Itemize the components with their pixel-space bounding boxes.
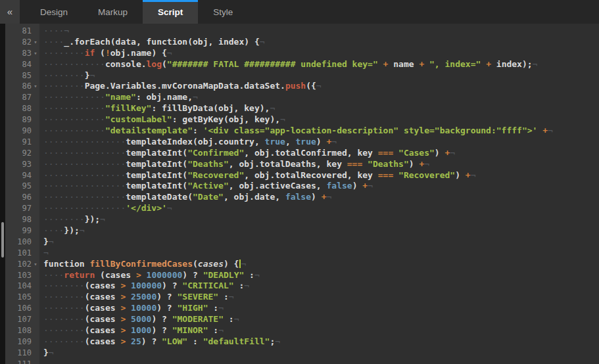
line-number: 85 — [5, 70, 32, 81]
fold-spacer — [32, 325, 39, 336]
code-line: 88············"fillKey": fillByData(obj,… — [0, 103, 599, 114]
fold-spacer — [32, 159, 39, 170]
code-line-content[interactable] — [39, 359, 43, 364]
fold-spacer — [32, 137, 39, 148]
line-number: 84 — [5, 59, 32, 70]
tab-style[interactable]: Style — [198, 0, 248, 24]
fold-spacer — [32, 92, 39, 103]
line-number: 98 — [5, 214, 32, 225]
code-line-content[interactable]: ········(cases > 1000) ? "MINOR" :¬ — [39, 325, 224, 336]
fold-spacer — [32, 359, 39, 364]
code-line: 101¬ — [0, 248, 599, 259]
eol-mark: ¬ — [471, 170, 476, 180]
fold-spacer — [32, 237, 39, 248]
code-line-content[interactable]: ········(cases > 25) ? "LOW" : "defaultF… — [39, 336, 280, 348]
fold-spacer — [32, 292, 39, 303]
line-number: 96 — [5, 192, 32, 203]
code-line-content[interactable]: ····¬ — [39, 26, 69, 37]
eol-mark: ¬ — [100, 214, 105, 224]
whitespace-dots: ···· — [43, 270, 64, 280]
fold-spacer — [32, 336, 39, 348]
fold-toggle-icon[interactable]: ▾ — [32, 259, 39, 270]
eol-mark: ¬ — [270, 103, 275, 113]
whitespace-dots: ········ — [43, 70, 85, 80]
code-line-content[interactable]: ¬ — [39, 248, 49, 259]
line-number: 99 — [5, 225, 32, 237]
tab-design[interactable]: Design — [25, 0, 83, 24]
line-number: 103 — [5, 270, 32, 281]
collapse-panel-button[interactable]: « — [0, 0, 20, 24]
code-line: 81····¬ — [0, 26, 599, 37]
code-line-content[interactable]: ················templateInt("Active", ob… — [39, 181, 373, 192]
code-line-content[interactable]: ········(cases > 100000) ? "CRITICAL" :¬ — [39, 281, 249, 292]
code-line-content[interactable]: }¬ — [39, 348, 54, 359]
code-line-content[interactable]: ········}¬ — [39, 70, 95, 81]
whitespace-dots: ················ — [43, 137, 126, 147]
fold-toggle-icon[interactable]: ▾ — [32, 48, 39, 59]
line-number: 95 — [5, 181, 32, 192]
fold-toggle-icon[interactable]: ▾ — [32, 81, 39, 92]
fold-spacer — [32, 125, 39, 137]
code-line: 103····return (cases > 1000000) ? "DEADL… — [0, 270, 599, 281]
code-line-content[interactable]: ····_.forEach(data, function(obj, index)… — [39, 37, 265, 48]
line-number: 94 — [5, 170, 32, 181]
line-number: 102 — [5, 259, 32, 270]
code-line-content[interactable]: ············"customLabel": getByKey(obj,… — [39, 114, 285, 125]
fold-spacer — [32, 281, 39, 292]
code-line-content[interactable]: ····return (cases > 1000000) ? "DEADLY" … — [39, 270, 260, 281]
fold-toggle-icon[interactable]: ▾ — [32, 37, 39, 48]
code-line-content[interactable]: ········if (!obj.name) {¬ — [39, 48, 172, 59]
code-line: 95················templateInt("Active", … — [0, 181, 599, 192]
fold-spacer — [32, 181, 39, 192]
code-line-content[interactable]: ····});¬ — [39, 225, 85, 237]
line-number: 109 — [5, 336, 32, 348]
fold-spacer — [32, 348, 39, 359]
whitespace-dots: ········ — [43, 336, 85, 346]
whitespace-dots: ········ — [43, 281, 85, 290]
code-line-content[interactable]: ················templateInt("Confirmed",… — [39, 148, 455, 159]
code-line-content[interactable]: ················templateInt("Deaths", ob… — [39, 159, 429, 170]
code-line-content[interactable]: ············console.log("####### FATAL #… — [39, 59, 537, 70]
eol-mark: ¬ — [424, 159, 429, 169]
code-line-content[interactable]: ················'</div>'¬ — [39, 203, 172, 214]
tab-markup[interactable]: Markup — [83, 0, 143, 24]
script-editor-window: « Design Markup Script Style 81····¬82▾·… — [0, 0, 599, 364]
code-line-content[interactable]: ········(cases > 25000) ? "SEVERE" :¬ — [39, 292, 234, 303]
whitespace-dots: ········ — [43, 48, 85, 58]
code-line-content[interactable]: ················templateInt("Recovered",… — [39, 170, 475, 181]
code-line: 99····});¬ — [0, 225, 599, 237]
tab-script[interactable]: Script — [143, 0, 198, 24]
code-line-content[interactable]: ················templateIndex(obj.countr… — [39, 137, 337, 148]
fold-spacer — [32, 214, 39, 225]
code-line: 91················templateIndex(obj.coun… — [0, 137, 599, 148]
code-line-content[interactable]: function fillByConfirmedCases(cases) {¬ — [39, 259, 246, 270]
code-editor[interactable]: 81····¬82▾····_.forEach(data, function(o… — [0, 24, 599, 364]
eol-mark: ¬ — [533, 59, 538, 69]
code-line: 100}¬ — [0, 237, 599, 248]
fold-spacer — [32, 192, 39, 203]
code-line-content[interactable]: ············"fillKey": fillByData(obj, k… — [39, 103, 275, 114]
fold-spacer — [32, 59, 39, 70]
code-line-content[interactable]: ················templateDate("Date", obj… — [39, 192, 331, 203]
whitespace-dots: ············ — [43, 114, 105, 124]
eol-mark: ¬ — [254, 270, 260, 280]
whitespace-dots: ············ — [43, 59, 105, 69]
whitespace-dots: ········ — [43, 303, 85, 313]
code-line-content[interactable]: ············"detailstemplate": '<div cla… — [39, 125, 553, 137]
code-line-content[interactable]: ········});¬ — [39, 214, 105, 225]
eol-mark: ¬ — [316, 81, 322, 91]
eol-mark: ¬ — [193, 92, 198, 102]
whitespace-dots: ················ — [43, 203, 126, 213]
fold-spacer — [32, 248, 39, 259]
fold-spacer — [32, 225, 39, 237]
fold-spacer — [32, 148, 39, 159]
eol-mark: ¬ — [368, 181, 373, 191]
code-line-content[interactable]: ········(cases > 5000) ? "MODERATE" :¬ — [39, 314, 239, 325]
code-line-content[interactable]: ········Page.Variables.mvCoronaMapData.d… — [39, 81, 322, 92]
code-line-content[interactable]: ············"name": obj.name,¬ — [39, 92, 198, 103]
eol-mark: ¬ — [43, 248, 49, 258]
code-line-content[interactable]: ········(cases > 10000) ? "HIGH" :¬ — [39, 303, 224, 314]
line-number: 106 — [5, 303, 32, 314]
line-number: 108 — [5, 325, 32, 336]
code-line-content[interactable]: }¬ — [39, 237, 54, 248]
